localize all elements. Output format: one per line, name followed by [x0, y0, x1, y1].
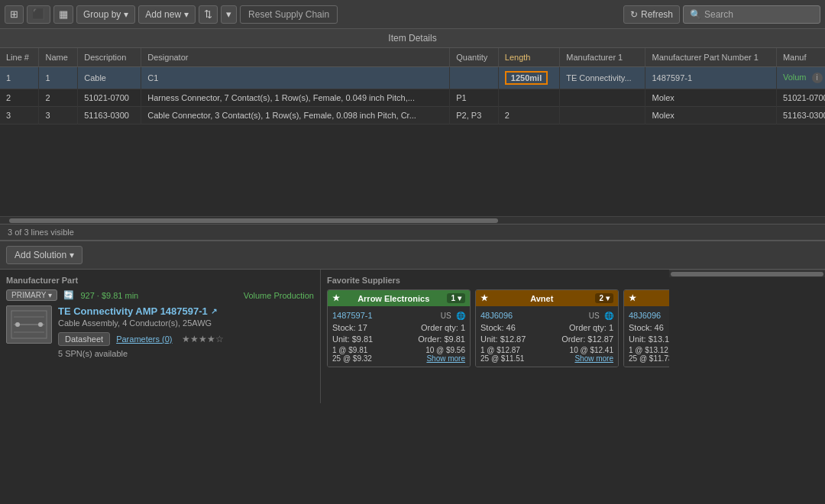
add-new-button[interactable]: Add new ▾: [138, 5, 196, 24]
price-tiers-2: 1 @ $12.87 10 @ $12.41 25 @ $11.51 Show …: [480, 346, 613, 363]
stock-row-2: Stock: 46 Order qty: 1: [480, 323, 613, 332]
stock-label: Stock: 17: [332, 323, 367, 332]
cell-length: [560, 107, 645, 124]
stock-label-2: Stock: 46: [480, 323, 516, 332]
stock-row: Stock: 17 Order qty: 1: [332, 323, 465, 332]
suppliers-header: Favorite Suppliers: [321, 276, 669, 289]
supplier-card-newark[interactable]: ★ Newark 3 ▾ 48J6096 US 🌐: [623, 289, 669, 367]
parameters-link[interactable]: Parameters (0): [116, 334, 172, 344]
chart-icon: ▦: [59, 8, 68, 20]
unit-label-2: Unit: $12.87: [480, 334, 526, 344]
supplier-part-row-2: 48J6096 US 🌐: [480, 310, 613, 321]
chevron-down-icon: ▾: [124, 9, 128, 20]
col-designator: Designator: [141, 48, 450, 67]
item-details-table-container[interactable]: Line # Name Description Designator Quant…: [0, 48, 825, 216]
svg-point-5: [38, 322, 43, 327]
info-icon[interactable]: i: [812, 73, 823, 83]
order-label-2: Order: $12.87: [561, 334, 613, 344]
table-row[interactable]: 3 3 51163-0300 Cable Connector, 3 Contac…: [0, 107, 825, 124]
supplier-header-arrow: ★ Arrow Electronics 1 ▾: [328, 290, 470, 306]
external-link-icon: ↗: [211, 307, 217, 315]
scroll-thumb[interactable]: [9, 218, 498, 223]
show-more-link-2[interactable]: Show more: [574, 354, 613, 363]
unit-label-3: Unit: $13.12: [629, 334, 669, 344]
section-header: Item Details: [0, 29, 825, 48]
tier2-3: 25 @ $11.73 Show more: [629, 354, 669, 363]
reset-supply-chain-button[interactable]: Reset Supply Chain: [240, 5, 338, 24]
supplier-body-arrow: 1487597-1 US 🌐 Stock: 17 Order qty: 1 Un…: [328, 306, 470, 367]
grid-icon: ⊞: [10, 8, 18, 20]
cell-mpn1: 1487597-1: [645, 67, 776, 89]
table-row[interactable]: 1 1 Cable C1 1250mil TE Connectivity... …: [0, 67, 825, 89]
chevron-down-icon-6: ▾: [606, 294, 610, 302]
primary-dropdown[interactable]: PRIMARY ▾: [6, 289, 57, 301]
refresh-icon: ↻: [630, 9, 638, 20]
supplier-card-arrow[interactable]: ★ Arrow Electronics 1 ▾ 1487597-1 US �: [327, 289, 471, 367]
region-flag: US: [441, 312, 451, 320]
add-solution-button[interactable]: Add Solution ▾: [6, 246, 82, 264]
unit-label: Unit: $9.81: [332, 334, 373, 344]
stock-label-3: Stock: 46: [629, 323, 664, 332]
supplier-card-avnet[interactable]: ★ Avnet 2 ▾ 48J6096 US 🌐: [475, 289, 619, 367]
filter-button[interactable]: ▾: [221, 5, 237, 24]
col-name: Name: [39, 48, 78, 67]
primary-label: PRIMARY: [11, 291, 46, 299]
col-description: Description: [78, 48, 141, 67]
grid-view-button[interactable]: ⊞: [5, 5, 24, 24]
table-header-row: Line # Name Description Designator Quant…: [0, 48, 825, 67]
status-bar: 3 of 3 lines visible: [0, 224, 825, 240]
col-line: Line #: [0, 48, 39, 67]
group-by-button[interactable]: Group by ▾: [76, 5, 135, 24]
table-scrollbar[interactable]: [0, 216, 825, 224]
supplier-part-num[interactable]: 1487597-1: [332, 311, 373, 320]
spn-count: 5 SPN(s) available: [58, 349, 314, 358]
bottom-scroll-thumb[interactable]: [671, 272, 823, 276]
add-solution-label: Add Solution: [15, 250, 66, 260]
col-length: Length: [498, 48, 559, 67]
refresh-button[interactable]: ↻ Refresh: [623, 5, 680, 24]
cell-length: 1250mil: [498, 67, 559, 89]
cell-line: 1: [0, 67, 39, 89]
sort-icon: ⇅: [204, 8, 212, 20]
chevron-down-icon-4: ▾: [48, 291, 52, 299]
datasheet-button[interactable]: Datasheet: [58, 332, 110, 346]
search-box[interactable]: 🔍 Search: [683, 5, 820, 24]
supplier-part-num-3[interactable]: 48J6096: [629, 311, 661, 320]
favorite-icon-3: ★: [629, 293, 636, 303]
status-text: 3 of 3 lines visible: [8, 228, 74, 237]
supplier-part-row: 1487597-1 US 🌐: [332, 310, 465, 321]
cell-manufacturer1: Molex: [645, 89, 776, 107]
cell-manufacturer1: TE Connectivity...: [560, 67, 645, 89]
col-mpn1: Manufacturer Part Number 1: [645, 48, 776, 67]
table-row[interactable]: 2 2 51021-0700 Harness Connector, 7 Cont…: [0, 89, 825, 107]
lifecycle-text: 927 · $9.81 min: [80, 291, 138, 300]
cell-designator: C1: [141, 67, 450, 89]
show-more-link[interactable]: Show more: [426, 354, 465, 363]
mfr-part-row: TE Connectivity AMP 1487597-1 ↗ Cable As…: [6, 305, 314, 358]
col-quantity: Quantity: [450, 48, 499, 67]
part-actions: Datasheet Parameters (0) ★★★★☆: [58, 332, 314, 346]
bottom-scrollbar[interactable]: [669, 270, 825, 277]
item-details-table: Line # Name Description Designator Quant…: [0, 48, 825, 124]
favorite-suppliers-panel: Favorite Suppliers ★ Arrow Electronics 1…: [321, 270, 669, 403]
supplier-part-num-2[interactable]: 48J6096: [480, 311, 513, 320]
suppliers-scroll[interactable]: ★ Arrow Electronics 1 ▾ 1487597-1 US �: [321, 289, 669, 367]
part-thumbnail: [6, 305, 52, 344]
part-info: TE Connectivity AMP 1487597-1 ↗ Cable As…: [58, 305, 314, 358]
component-view-button[interactable]: ⬛: [27, 5, 50, 24]
order-qty-label: Order qty: 1: [421, 323, 465, 332]
reset-label: Reset Supply Chain: [248, 9, 329, 20]
bottom-toolbar: Add Solution ▾: [0, 241, 825, 270]
sort-button[interactable]: ⇅: [199, 5, 218, 24]
chart-view-button[interactable]: ▦: [53, 5, 73, 24]
part-description: Cable Assembly, 4 Conductor(s), 25AWG: [58, 318, 314, 328]
supplier-body-newark: 48J6096 US 🌐 Stock: 46 Order qty: 1 Unit…: [624, 306, 669, 367]
order-label: Order: $9.81: [418, 334, 465, 344]
price-tiers-3: 1 @ $13.12 10 @ $12.66 25 @ $11.73 Show …: [629, 346, 669, 363]
globe-icon: 🌐: [456, 312, 465, 320]
tier2: 25 @ $9.32 Show more: [332, 354, 465, 363]
order-qty-label-2: Order qty: 1: [569, 323, 613, 332]
supplier-name-arrow: Arrow Electronics: [358, 294, 429, 303]
col-manuf: Manuf: [776, 48, 825, 67]
price-tiers: 1 @ $9.81 10 @ $9.56 25 @ $9.32 Show mor…: [332, 346, 465, 363]
